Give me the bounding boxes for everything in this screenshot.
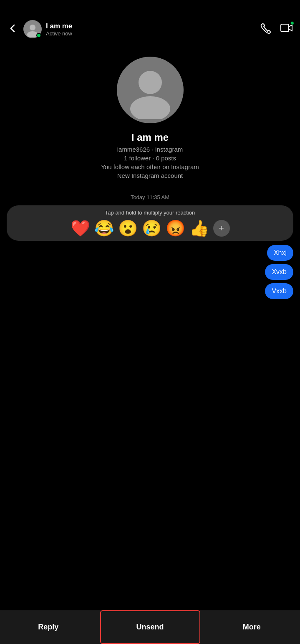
contact-status: Active now (46, 30, 260, 37)
profile-account-type: New Instagram account (117, 172, 183, 179)
unsend-button[interactable]: Unsend (100, 610, 200, 644)
page: I am me Active now (0, 0, 300, 644)
message-bubble-1[interactable]: Xhxj (267, 245, 293, 261)
message-bubble-3[interactable]: Vxxb (265, 283, 293, 299)
more-button[interactable]: More (204, 610, 300, 644)
svg-point-4 (130, 96, 170, 119)
profile-section: I am me iamme3626 · Instagram 1 follower… (0, 44, 300, 187)
reaction-cry[interactable]: 😢 (142, 220, 161, 236)
bubbles-area: Xhxj Xvxb Vxxb (0, 241, 300, 299)
reaction-laugh[interactable]: 😂 (94, 220, 114, 236)
svg-point-0 (30, 25, 35, 30)
profile-avatar (117, 57, 184, 123)
phone-call-button[interactable] (260, 22, 272, 36)
profile-username: iamme3626 · Instagram (117, 146, 183, 153)
svg-rect-2 (281, 24, 289, 32)
reaction-more-button[interactable]: + (213, 220, 230, 237)
header: I am me Active now (0, 0, 300, 44)
profile-follow-status: You follow each other on Instagram (101, 163, 199, 170)
reaction-thumbsup[interactable]: 👍 (189, 220, 209, 236)
profile-name: I am me (131, 132, 169, 143)
back-button[interactable] (7, 22, 18, 36)
online-indicator (36, 33, 41, 38)
reply-button[interactable]: Reply (0, 610, 97, 644)
reaction-emojis-row: ❤️ 😂 😮 😢 😡 👍 + (71, 220, 230, 237)
message-timestamp: Today 11:35 AM (0, 194, 300, 200)
avatar (23, 20, 42, 38)
video-call-button[interactable] (280, 22, 293, 36)
svg-point-3 (139, 71, 162, 94)
contact-name: I am me (46, 22, 260, 30)
reaction-wow[interactable]: 😮 (118, 220, 138, 236)
reaction-hint: Tap and hold to multiply your reaction (105, 210, 195, 216)
reaction-angry[interactable]: 😡 (166, 220, 185, 236)
message-bubble-2[interactable]: Xvxb (265, 264, 293, 280)
profile-stats: 1 follower · 0 posts (124, 155, 176, 162)
video-active-dot (290, 21, 294, 25)
header-icons (260, 22, 293, 36)
reaction-picker: Tap and hold to multiply your reaction ❤… (7, 205, 293, 241)
scroll-content: I am me iamme3626 · Instagram 1 follower… (0, 44, 300, 644)
header-info: I am me Active now (46, 22, 260, 37)
bottom-action-bar: Reply Unsend More (0, 610, 300, 644)
reaction-heart[interactable]: ❤️ (71, 220, 90, 236)
